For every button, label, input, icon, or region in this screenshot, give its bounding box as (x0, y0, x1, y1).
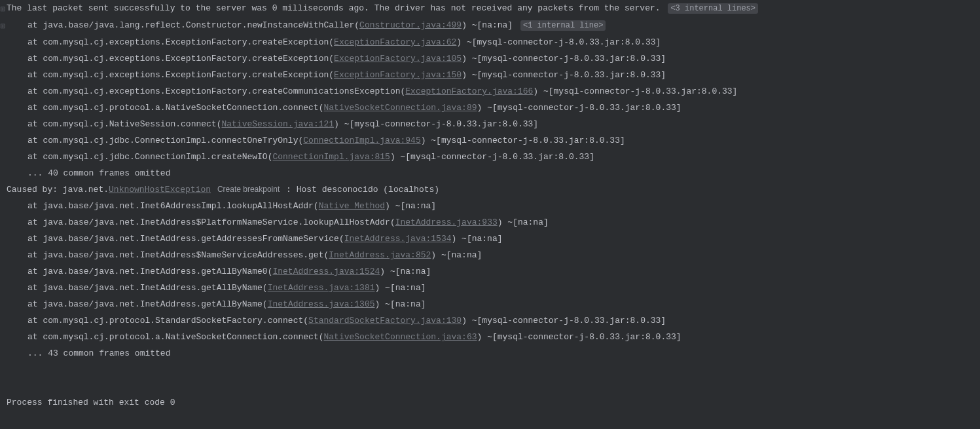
stack-text: ... 43 common frames omitted (27, 348, 170, 358)
fold-gutter-icon[interactable]: ⊞ (0, 18, 7, 34)
stack-text: at java.base/java.net.InetAddress.getAll… (27, 283, 268, 293)
stack-line-content: Caused by: java.net.UnknownHostException… (7, 181, 980, 198)
stack-text: at com.mysql.cj.jdbc.ConnectionImpl.crea… (27, 152, 272, 162)
stack-line-content: at com.mysql.cj.jdbc.ConnectionImpl.conn… (7, 132, 980, 149)
stack-text: Caused by: java.net. (7, 185, 109, 195)
stack-line-content: at com.mysql.cj.exceptions.ExceptionFact… (7, 50, 980, 67)
stack-text: at java.base/java.net.Inet6AddressImpl.l… (27, 201, 319, 211)
stack-line: at java.base/java.net.Inet6AddressImpl.l… (0, 198, 980, 214)
stack-text: at com.mysql.cj.exceptions.ExceptionFact… (27, 86, 405, 96)
stack-line-content: at com.mysql.cj.NativeSession.connect(Na… (7, 116, 980, 132)
source-link[interactable]: InetAddress.java:1534 (344, 234, 452, 244)
stack-text: ) ~[mysql-connector-j-8.0.33.jar:8.0.33] (477, 332, 681, 342)
stack-text: at com.mysql.cj.exceptions.ExceptionFact… (27, 70, 334, 80)
stack-trace: ⊞The last packet sent successfully to th… (0, 0, 980, 362)
source-link[interactable]: ExceptionFactory.java:62 (334, 37, 456, 47)
stack-text: at java.base/java.net.InetAddress$NameSe… (27, 250, 329, 260)
source-link[interactable]: StandardSocketFactory.java:130 (308, 316, 462, 326)
stack-text: at java.base/java.net.InetAddress.getAll… (27, 267, 272, 276)
stack-line-content: at java.base/java.net.InetAddress$NameSe… (7, 247, 980, 263)
source-link[interactable]: InetAddress.java:1524 (272, 267, 380, 276)
stack-line: at com.mysql.cj.exceptions.ExceptionFact… (0, 34, 980, 50)
stack-text: ... 40 common frames omitted (27, 168, 170, 178)
stack-line-content: at com.mysql.cj.protocol.a.NativeSocketC… (7, 329, 980, 345)
stack-text: at com.mysql.cj.protocol.a.NativeSocketC… (27, 103, 323, 113)
stack-text: at com.mysql.cj.jdbc.ConnectionImpl.conn… (27, 136, 303, 145)
stack-text: at java.base/java.net.InetAddress.getAll… (27, 299, 268, 309)
source-link[interactable]: NativeSocketConnection.java:89 (323, 103, 477, 113)
source-link[interactable]: Constructor.java:499 (359, 20, 462, 30)
stack-text: ) ~[na:na] (380, 267, 431, 276)
stack-text: ) ~[mysql-connector-j-8.0.33.jar:8.0.33] (334, 119, 538, 129)
stack-text: at com.mysql.cj.exceptions.ExceptionFact… (27, 37, 334, 47)
stack-line: at java.base/java.net.InetAddress.getAll… (0, 296, 980, 312)
stack-line: at java.base/java.net.InetAddress$NameSe… (0, 247, 980, 263)
stack-text: at com.mysql.cj.NativeSession.connect( (27, 119, 221, 129)
stack-line: at com.mysql.cj.jdbc.ConnectionImpl.crea… (0, 149, 980, 165)
stack-text: ) ~[mysql-connector-j-8.0.33.jar:8.0.33] (462, 70, 666, 80)
source-link[interactable]: UnknownHostException (109, 185, 211, 195)
stack-text: at java.base/java.net.InetAddress$Platfo… (27, 217, 395, 227)
stack-line: at java.base/java.net.InetAddress.getAll… (0, 280, 980, 296)
source-link[interactable]: InetAddress.java:1381 (268, 283, 375, 293)
source-link[interactable]: NativeSession.java:121 (221, 119, 334, 129)
stack-text: ) ~[mysql-connector-j-8.0.33.jar:8.0.33] (456, 37, 661, 47)
source-link[interactable]: NativeSocketConnection.java:63 (323, 332, 477, 342)
source-link[interactable]: ExceptionFactory.java:105 (334, 54, 462, 64)
source-link[interactable]: ExceptionFactory.java:150 (334, 70, 462, 80)
stack-line: at com.mysql.cj.protocol.StandardSocketF… (0, 312, 980, 329)
stack-text: at com.mysql.cj.protocol.StandardSocketF… (27, 316, 308, 326)
fold-gutter-icon[interactable]: ⊞ (0, 1, 7, 17)
stack-text: at com.mysql.cj.exceptions.ExceptionFact… (27, 54, 334, 64)
stack-line: ... 43 common frames omitted (0, 345, 980, 362)
exit-text: Process finished with exit code 0 (7, 394, 980, 411)
stack-line-content: at java.base/java.lang.reflect.Construct… (7, 17, 980, 34)
stack-line-content: at java.base/java.net.InetAddress.getAll… (7, 280, 980, 296)
stack-text: at com.mysql.cj.protocol.a.NativeSocketC… (27, 332, 323, 342)
stack-line: at com.mysql.cj.exceptions.ExceptionFact… (0, 67, 980, 83)
source-link[interactable]: InetAddress.java:852 (329, 250, 431, 260)
stack-line-content: at java.base/java.net.InetAddress.getAll… (7, 263, 980, 280)
stack-line-content: at com.mysql.cj.exceptions.ExceptionFact… (7, 67, 980, 83)
source-link[interactable]: ConnectionImpl.java:815 (272, 152, 390, 162)
stack-line: at com.mysql.cj.NativeSession.connect(Na… (0, 116, 980, 132)
source-link[interactable]: Native Method (319, 201, 385, 211)
stack-text: ) ~[na:na] (431, 250, 482, 260)
stack-text: ) ~[mysql-connector-j-8.0.33.jar:8.0.33] (462, 54, 666, 64)
stack-line-content: at com.mysql.cj.jdbc.ConnectionImpl.crea… (7, 149, 980, 165)
stack-line-content: at com.mysql.cj.exceptions.ExceptionFact… (7, 34, 980, 50)
collapsed-internal-lines-badge[interactable]: <3 internal lines> (668, 3, 758, 14)
stack-line-content: at java.base/java.net.InetAddress.getAdd… (7, 231, 980, 247)
stack-text: The last packet sent successfully to the… (7, 3, 665, 13)
stack-line-content: ... 40 common frames omitted (7, 165, 980, 181)
stack-text: ) ~[mysql-connector-j-8.0.33.jar:8.0.33] (477, 103, 681, 113)
stack-text: : Host desconocido (localhots) (286, 185, 439, 195)
stack-line: ... 40 common frames omitted (0, 165, 980, 181)
stack-line-content: ... 43 common frames omitted (7, 345, 980, 362)
stack-text: ) ~[mysql-connector-j-8.0.33.jar:8.0.33] (533, 86, 737, 96)
stack-line: at com.mysql.cj.protocol.a.NativeSocketC… (0, 100, 980, 116)
collapsed-internal-lines-badge[interactable]: <1 internal line> (520, 20, 606, 31)
process-exit-line: Process finished with exit code 0 (0, 394, 980, 411)
source-link[interactable]: InetAddress.java:1305 (268, 299, 375, 309)
stack-line: at com.mysql.cj.exceptions.ExceptionFact… (0, 83, 980, 100)
stack-line: at com.mysql.cj.jdbc.ConnectionImpl.conn… (0, 132, 980, 149)
source-link[interactable]: ExceptionFactory.java:166 (405, 86, 533, 96)
stack-line-content: at com.mysql.cj.exceptions.ExceptionFact… (7, 83, 980, 100)
stack-text: ) ~[na:na] (375, 283, 426, 293)
stack-text: ) ~[na:na] (498, 217, 549, 227)
stack-line: ⊞at java.base/java.lang.reflect.Construc… (0, 17, 980, 34)
stack-line: at com.mysql.cj.protocol.a.NativeSocketC… (0, 329, 980, 345)
stack-line-content: at java.base/java.net.InetAddress.getAll… (7, 296, 980, 312)
stack-line: at com.mysql.cj.exceptions.ExceptionFact… (0, 50, 980, 67)
stack-line-content: at com.mysql.cj.protocol.a.NativeSocketC… (7, 100, 980, 116)
console-output: ⊞The last packet sent successfully to th… (0, 0, 980, 417)
source-link[interactable]: InetAddress.java:933 (395, 217, 498, 227)
stack-line-content: at java.base/java.net.InetAddress$Platfo… (7, 214, 980, 231)
stack-text: ) ~[na:na] (385, 201, 436, 211)
create-breakpoint-button[interactable]: Create breakpoint (217, 185, 280, 194)
source-link[interactable]: ConnectionImpl.java:945 (303, 136, 420, 145)
stack-line-content: at com.mysql.cj.protocol.StandardSocketF… (7, 312, 980, 329)
stack-line: at java.base/java.net.InetAddress.getAll… (0, 263, 980, 280)
stack-text: ) ~[na:na] (462, 20, 518, 30)
